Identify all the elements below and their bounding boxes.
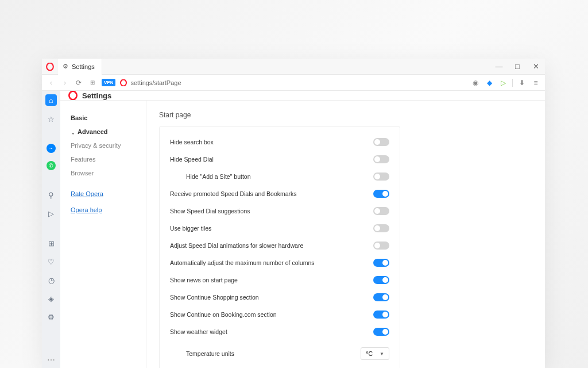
home-icon[interactable]: ⌂ <box>45 94 57 106</box>
camera-icon[interactable]: ◉ <box>471 78 480 87</box>
address-bar[interactable]: settings/startPage <box>120 79 466 86</box>
setting-toggle[interactable] <box>373 328 389 336</box>
whatsapp-icon[interactable]: ✆ <box>47 161 56 170</box>
setting-row: Show Continue Shopping section <box>170 289 389 306</box>
messenger-icon[interactable]: ~ <box>47 144 56 153</box>
setting-toggle[interactable] <box>373 241 389 250</box>
sidebar-privacy[interactable]: Privacy & security <box>68 139 138 152</box>
cube-icon[interactable]: ◈ <box>46 293 56 304</box>
setting-label: Adjust Speed Dial animations for slower … <box>170 242 303 249</box>
titlebar: ⚙ Settings — □ ✕ <box>42 59 545 75</box>
speed-dial-icon[interactable]: ⊞ <box>88 78 97 87</box>
browser-window: ⚙ Settings — □ ✕ ‹ › ⟳ ⊞ VPN settings/st… <box>42 59 545 368</box>
download-icon[interactable]: ⬇ <box>517 78 527 87</box>
setting-label: Automatically adjust the maximum number … <box>170 259 315 266</box>
svg-point-2 <box>69 91 76 100</box>
setting-toggle[interactable] <box>373 259 389 267</box>
search-icon[interactable]: ⚲ <box>46 190 56 200</box>
setting-toggle[interactable] <box>373 276 389 284</box>
setting-row: Adjust Speed Dial animations for slower … <box>170 237 389 254</box>
svg-point-0 <box>47 63 53 70</box>
setting-toggle[interactable] <box>373 155 389 163</box>
tab-label: Settings <box>72 63 95 70</box>
send-icon[interactable]: ▷ <box>46 208 56 218</box>
grid-icon[interactable]: ⊞ <box>46 238 56 248</box>
setting-label: Hide search box <box>170 139 214 145</box>
section-title: Start page <box>159 111 545 119</box>
sidebar-basic[interactable]: Basic <box>68 111 138 125</box>
setting-label: Use bigger tiles <box>170 225 211 232</box>
setting-row: Show Speed Dial suggestions <box>170 202 389 220</box>
setting-toggle[interactable] <box>373 310 389 319</box>
sidebar-rate-link[interactable]: Rate Opera <box>68 187 138 201</box>
temperature-label: Temperature units <box>170 350 234 357</box>
page-header: Settings <box>60 91 545 101</box>
setting-row: Hide Speed Dial <box>170 151 389 168</box>
setting-row: Automatically adjust the maximum number … <box>170 254 389 271</box>
url-text: settings/startPage <box>130 79 181 86</box>
setting-label: Show weather widget <box>170 328 227 335</box>
play-icon[interactable]: ▷ <box>498 78 508 87</box>
setting-label: Show Continue Shopping section <box>170 294 259 301</box>
setting-label: Hide "Add a Site" button <box>170 173 251 180</box>
more-icon[interactable]: ⋯ <box>47 355 55 368</box>
temperature-value: °C <box>366 350 373 357</box>
setting-row: Hide "Add a Site" button <box>170 168 389 185</box>
heart-icon[interactable]: ♡ <box>46 256 56 267</box>
back-button[interactable]: ‹ <box>47 78 56 87</box>
setting-toggle[interactable] <box>373 172 389 181</box>
menu-icon[interactable]: ≡ <box>531 78 540 87</box>
settings-panel: Hide search boxHide Speed DialHide "Add … <box>159 126 400 368</box>
star-icon[interactable]: ☆ <box>46 114 56 124</box>
minimize-button[interactable]: — <box>490 59 508 75</box>
sidebar-help-link[interactable]: Opera help <box>68 203 138 217</box>
browser-tab[interactable]: ⚙ Settings <box>58 59 102 75</box>
reload-button[interactable]: ⟳ <box>74 78 83 87</box>
setting-row: Show Continue on Booking.com section <box>170 306 389 323</box>
gear-icon: ⚙ <box>63 63 68 70</box>
setting-label: Show news on start page <box>170 277 238 283</box>
setting-label: Show Continue on Booking.com section <box>170 311 277 318</box>
vpn-badge[interactable]: VPN <box>102 79 115 86</box>
forward-button[interactable]: › <box>60 78 69 87</box>
setting-label: Show Speed Dial suggestions <box>170 208 250 214</box>
setting-row: Show news on start page <box>170 271 389 289</box>
sidebar-browser[interactable]: Browser <box>68 166 138 180</box>
setting-toggle[interactable] <box>373 138 389 146</box>
setting-row: Show weather widget <box>170 323 389 340</box>
opera-menu-icon[interactable] <box>42 59 58 75</box>
sidebar-advanced[interactable]: Advanced <box>68 125 138 139</box>
maximize-button[interactable]: □ <box>508 59 527 75</box>
sidebar-rail: ⌂ ☆ ~ ✆ ⚲ ▷ ⊞ ♡ ◷ ◈ ⚙ ⋯ <box>42 91 60 368</box>
chevron-down-icon: ▼ <box>380 351 384 356</box>
clock-icon[interactable]: ◷ <box>46 275 56 285</box>
setting-toggle[interactable] <box>373 293 389 301</box>
svg-point-1 <box>121 79 126 86</box>
setting-toggle[interactable] <box>373 190 389 198</box>
temperature-row: Temperature units °C ▼ <box>170 340 389 360</box>
sidebar-features[interactable]: Features <box>68 152 138 166</box>
setting-row: Use bigger tiles <box>170 220 389 237</box>
page-title: Settings <box>82 91 111 100</box>
shield-icon[interactable]: ◆ <box>485 78 494 87</box>
close-button[interactable]: ✕ <box>527 59 545 75</box>
setting-toggle[interactable] <box>373 207 389 215</box>
temperature-dropdown[interactable]: °C ▼ <box>361 347 389 360</box>
toolbar: ‹ › ⟳ ⊞ VPN settings/startPage ◉ ◆ ▷ ⬇ ≡ <box>42 75 545 91</box>
settings-sidebar: Basic Advanced Privacy & security Featur… <box>60 101 146 368</box>
setting-label: Receive promoted Speed Dials and Bookmar… <box>170 190 297 197</box>
settings-icon[interactable]: ⚙ <box>46 312 56 322</box>
setting-label: Hide Speed Dial <box>170 156 214 163</box>
setting-toggle[interactable] <box>373 224 389 232</box>
setting-row: Receive promoted Speed Dials and Bookmar… <box>170 185 389 202</box>
setting-row: Hide search box <box>170 133 389 151</box>
